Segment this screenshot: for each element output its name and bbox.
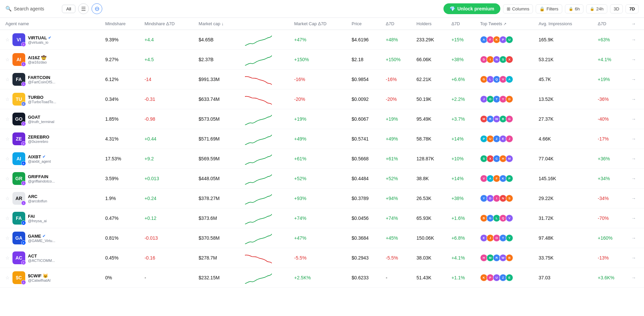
market-cap-12: $232.15M — [196, 268, 242, 288]
tweet-avatar: B — [506, 254, 513, 262]
market-cap-7: $448.05M — [196, 169, 242, 189]
star-icon-6[interactable]: ☆ — [5, 156, 10, 161]
time-6h-button[interactable]: 🔒 6h — [565, 4, 583, 13]
row-arrow-2[interactable]: → — [629, 70, 644, 89]
table-row: ☆ FA B FAI @freysa_ai 0.47% +0.12 $373.6… — [0, 208, 644, 228]
minus-circle-icon: ⊖ — [95, 5, 100, 12]
chain-badge-8: S — [21, 201, 26, 205]
tweet-avatar: X — [506, 56, 513, 63]
avg-impressions-10: 97.48K — [536, 228, 595, 248]
filters-button[interactable]: 🔒 Filters — [536, 4, 562, 13]
row-arrow-1[interactable]: → — [629, 50, 644, 70]
avg-impressions-4: 27.37K — [536, 109, 595, 129]
tweet-avatar: P — [506, 175, 513, 182]
row-arrow-5[interactable]: → — [629, 129, 644, 149]
row-arrow-10[interactable]: → — [629, 228, 644, 248]
agent-cell-11: ☆ AC S ACT @ACTICOMM... — [0, 248, 103, 268]
agent-handle-8: @arcdotfun — [28, 199, 47, 203]
row-arrow-0[interactable]: → — [629, 30, 644, 50]
star-icon-4[interactable]: ☆ — [5, 116, 10, 122]
filter-icon-button[interactable]: ☰ — [78, 3, 89, 14]
agent-name-6: AIXBT ✔ — [28, 154, 51, 159]
agent-handle-12: @CatwifhatAI — [28, 278, 50, 282]
price-11: $0.2943 — [349, 248, 383, 268]
row-arrow-3[interactable]: → — [629, 89, 644, 109]
market-cap-d7-3: -20% — [291, 89, 349, 109]
mindshare-d7-11: -0.16 — [142, 248, 196, 268]
mindshare-d7-0: +4.4 — [142, 30, 196, 50]
table-row: ☆ $C S $CWIF 😺 @CatwifhatAI 0% - $232.15… — [0, 268, 644, 288]
row-arrow-9[interactable]: → — [629, 208, 644, 228]
row-arrow-6[interactable]: → — [629, 149, 644, 169]
time-24h-button[interactable]: 🔒 24h — [586, 4, 607, 13]
star-icon-5[interactable]: ☆ — [5, 136, 10, 142]
time-3d-button[interactable]: 3D — [610, 4, 623, 13]
col-market-cap[interactable]: Market cap ↓ — [196, 18, 242, 30]
holders-d7-12: +1.1% — [449, 268, 477, 288]
search-box[interactable]: 🔍 Search agents — [5, 6, 59, 12]
row-arrow-7[interactable]: → — [629, 169, 644, 189]
star-icon-1[interactable]: ☆ — [5, 57, 10, 62]
minus-icon-button[interactable]: ⊖ — [92, 3, 102, 14]
star-icon-0[interactable]: ☆ — [5, 37, 10, 42]
star-icon-3[interactable]: ☆ — [5, 96, 10, 102]
agent-cell-5: ☆ ZE S ZEREBRO @0xzerebro — [0, 129, 103, 149]
row-arrow-12[interactable]: → — [629, 268, 644, 288]
agent-cell-1: ☆ AI S AI16Z 🤠 @ai16zdao — [0, 50, 103, 70]
star-icon-8[interactable]: ☆ — [5, 196, 10, 201]
table-row: ☆ AI B AIXBT ✔ @aixbt_agent 17.53% +9.2 … — [0, 149, 644, 169]
avatar-wrap-11: AC S — [12, 251, 25, 264]
tweet-avatar: U — [506, 36, 513, 43]
price-d7-5: +49% — [383, 129, 414, 149]
avg-impressions-d7-4: -40% — [595, 109, 629, 129]
market-cap-4: $573.05M — [196, 109, 242, 129]
avg-impressions-d7-0: +63% — [595, 30, 629, 50]
sparkline-0 — [242, 30, 291, 50]
holders-10: 150.06K — [414, 228, 449, 248]
star-icon-2[interactable]: ☆ — [5, 77, 10, 82]
sparkline-4 — [242, 109, 291, 129]
agent-cell-6: ☆ AI B AIXBT ✔ @aixbt_agent — [0, 149, 103, 169]
holders-d7-4: +3.7% — [449, 109, 477, 129]
holders-d7-0: +15% — [449, 30, 477, 50]
holders-2: 62.21K — [414, 70, 449, 89]
avg-impressions-d7-7: +34% — [595, 169, 629, 189]
verified-icon: ✔ — [42, 234, 45, 238]
columns-button[interactable]: ⊞ Columns — [503, 4, 533, 13]
agent-handle-6: @aixbt_agent — [28, 159, 51, 163]
all-filter-button[interactable]: All — [62, 5, 75, 13]
row-arrow-11[interactable]: → — [629, 248, 644, 268]
sparkline-3 — [242, 89, 291, 109]
agent-handle-1: @ai16zdao — [28, 60, 47, 64]
price-3: $0.0092 — [349, 89, 383, 109]
price-d7-6: +61% — [383, 149, 414, 169]
star-icon-11[interactable]: ☆ — [5, 255, 10, 261]
holders-d7-9: +1.6% — [449, 208, 477, 228]
avg-impressions-1: 53.21K — [536, 50, 595, 70]
row-arrow-8[interactable]: → — [629, 189, 644, 208]
price-d7-4: +19% — [383, 109, 414, 129]
star-icon-9[interactable]: ☆ — [5, 215, 10, 221]
mindshare-d7-9: +0.12 — [142, 208, 196, 228]
star-icon-10[interactable]: ☆ — [5, 235, 10, 241]
unlock-premium-button[interactable]: 💎 Unlock premium — [443, 3, 500, 14]
price-7: $0.4484 — [349, 169, 383, 189]
market-cap-8: $378.27M — [196, 189, 242, 208]
tweet-avatar: G — [506, 115, 513, 123]
avatar-wrap-6: AI B — [12, 152, 25, 165]
col-avg-impressions-d7: Δ7D — [595, 18, 629, 30]
price-1: $2.18 — [349, 50, 383, 70]
chain-badge-9: B — [21, 221, 26, 225]
tweet-avatar: J — [506, 135, 513, 143]
avg-impressions-d7-12: +3.6K% — [595, 268, 629, 288]
star-icon-7[interactable]: ☆ — [5, 176, 10, 181]
mindshare-d7-6: +9.2 — [142, 149, 196, 169]
price-10: $0.3684 — [349, 228, 383, 248]
row-arrow-4[interactable]: → — [629, 109, 644, 129]
agent-name-1: AI16Z 🤠 — [28, 55, 47, 60]
col-holders: Holders — [414, 18, 449, 30]
agent-cell-7: ☆ GR S GRIFFAIN @griffaindotco... — [0, 169, 103, 189]
star-icon-12[interactable]: ☆ — [5, 275, 10, 280]
time-7d-button[interactable]: 7D — [625, 4, 639, 13]
avatar-wrap-0: VI S — [12, 33, 25, 46]
